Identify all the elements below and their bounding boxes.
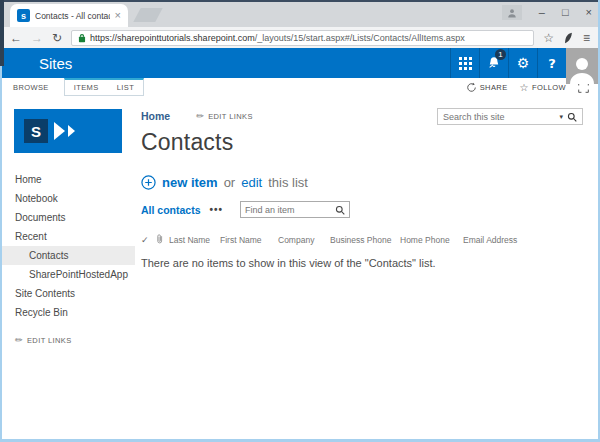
gear-icon: ⚙	[517, 56, 530, 70]
column-header-business-phone[interactable]: Business Phone	[330, 235, 400, 245]
settings-button[interactable]: ⚙	[508, 48, 537, 78]
help-icon: ?	[548, 57, 556, 70]
reload-icon[interactable]: ↻	[52, 32, 62, 44]
address-bar[interactable]: https://sharepointtutorials.sharepoint.c…	[71, 30, 534, 46]
person-silhouette-icon	[569, 54, 595, 84]
maximize-button[interactable]: □	[562, 7, 569, 18]
app-launcher-icon	[459, 57, 472, 70]
share-label: SHARE	[480, 83, 508, 92]
sidebar-item-site-contents[interactable]: Site Contents	[2, 284, 135, 303]
lock-icon	[78, 33, 86, 43]
empty-list-message: There are no items to show in this view …	[141, 257, 598, 269]
sidebar-item-sharepointhostedapp[interactable]: SharePointHostedApp	[2, 265, 135, 284]
share-icon	[466, 82, 477, 93]
tab-title: Contacts - All contacts	[35, 11, 110, 21]
extension-icon[interactable]	[563, 32, 574, 44]
logo-chevron-icon	[54, 122, 65, 140]
app-launcher-button[interactable]	[450, 48, 479, 78]
tab-browse[interactable]: BROWSE	[2, 78, 60, 96]
page-title: Contacts	[141, 129, 598, 156]
plus-circle-icon[interactable]	[141, 175, 156, 190]
page-body: S Home Notebook Documents Recent Contact…	[2, 96, 598, 439]
column-header-home-phone[interactable]: Home Phone	[400, 235, 463, 245]
sharepoint-s-icon: S	[24, 119, 48, 143]
find-item-box	[240, 201, 350, 218]
edit-links-label: EDIT LINKS	[27, 336, 72, 345]
browser-toolbar: ← → ↻ https://sharepointtutorials.sharep…	[2, 27, 598, 48]
or-text: or	[224, 175, 236, 190]
follow-star-icon: ☆	[520, 82, 529, 93]
person-icon	[507, 8, 517, 18]
column-header-email-address[interactable]: Email Address	[463, 235, 535, 245]
edit-list-link[interactable]: edit	[241, 175, 262, 190]
bookmark-star-icon[interactable]: ☆	[543, 32, 554, 44]
new-item-row: new item or edit this list	[141, 175, 598, 190]
browser-tab[interactable]: s Contacts - All contacts ×	[10, 4, 128, 27]
menu-icon[interactable]: ≡	[583, 32, 590, 44]
edit-links-label: EDIT LINKS	[208, 112, 253, 121]
minimize-button[interactable]: –	[539, 7, 545, 18]
pencil-icon: ✏	[196, 111, 204, 121]
search-icon[interactable]	[567, 112, 577, 122]
sharepoint-site-logo[interactable]: S	[14, 109, 122, 153]
back-icon[interactable]: ←	[10, 32, 22, 44]
user-avatar[interactable]	[566, 48, 598, 84]
column-header-last-name[interactable]: Last Name	[169, 235, 220, 245]
share-button[interactable]: SHARE	[466, 82, 508, 93]
new-tab-button[interactable]	[133, 8, 162, 22]
top-edit-links-button[interactable]: ✏ EDIT LINKS	[196, 111, 253, 121]
column-header-first-name[interactable]: First Name	[220, 235, 278, 245]
column-header-company[interactable]: Company	[278, 235, 330, 245]
sidebar-item-recent[interactable]: Recent	[2, 227, 135, 246]
sidebar-item-home[interactable]: Home	[2, 170, 135, 189]
list-tools-tab-group: ITEMS LIST	[64, 78, 144, 96]
find-item-input[interactable]	[245, 205, 332, 215]
quick-launch-sidebar: S Home Notebook Documents Recent Contact…	[2, 96, 135, 439]
sharepoint-favicon: s	[17, 9, 30, 22]
suitebar-sites-link[interactable]: Sites	[2, 55, 450, 72]
attachment-paperclip-icon[interactable]	[156, 233, 164, 245]
views-row: All contacts •••	[141, 201, 598, 218]
tab-list[interactable]: LIST	[108, 80, 143, 95]
site-search-input[interactable]	[443, 112, 555, 122]
pencil-icon: ✏	[15, 335, 23, 345]
browser-tab-strip: s Contacts - All contacts × – □ ×	[2, 0, 598, 27]
main-content: Home ✏ EDIT LINKS ▾ Contacts	[135, 96, 598, 439]
forward-icon[interactable]: →	[31, 32, 43, 44]
tab-close-icon[interactable]: ×	[115, 10, 121, 21]
url-host: https://sharepointtutorials.sharepoint.c…	[90, 33, 255, 43]
site-search-box: ▾	[437, 108, 583, 125]
sidebar-edit-links-button[interactable]: ✏ EDIT LINKS	[2, 335, 135, 345]
tab-items[interactable]: ITEMS	[65, 80, 108, 95]
sidebar-item-recycle-bin[interactable]: Recycle Bin	[2, 303, 135, 322]
sidebar-item-documents[interactable]: Documents	[2, 208, 135, 227]
suite-bar: Sites 1 ⚙ ?	[2, 48, 598, 78]
browser-profile-icon[interactable]	[502, 5, 522, 20]
browser-window: s Contacts - All contacts × – □ × ← → ↻	[0, 0, 600, 442]
help-button[interactable]: ?	[537, 48, 566, 78]
follow-button[interactable]: ☆ FOLLOW	[520, 82, 566, 93]
logo-chevron-small-icon	[68, 125, 75, 137]
column-header-row: ✓ Last Name First Name Company Business …	[141, 233, 598, 247]
close-button[interactable]: ×	[586, 7, 592, 18]
notifications-button[interactable]: 1	[479, 48, 508, 78]
follow-label: FOLLOW	[532, 83, 566, 92]
window-frame-edge	[0, 0, 4, 66]
url-text: https://sharepointtutorials.sharepoint.c…	[90, 33, 465, 43]
notification-badge: 1	[495, 49, 506, 60]
url-path: /_layouts/15/start.aspx#/Lists/Contacts/…	[255, 33, 465, 43]
search-scope-dropdown-icon[interactable]: ▾	[559, 113, 563, 121]
sidebar-item-contacts[interactable]: Contacts	[2, 246, 135, 265]
find-search-icon[interactable]	[335, 205, 345, 215]
sidebar-nav: Home Notebook Documents Recent Contacts …	[2, 170, 135, 322]
view-all-contacts-link[interactable]: All contacts	[141, 204, 201, 216]
ribbon-tab-row: BROWSE ITEMS LIST SHARE ☆ FOLLOW	[2, 78, 598, 96]
new-item-link[interactable]: new item	[162, 175, 218, 190]
this-list-text: this list	[268, 175, 308, 190]
select-all-checkmark-icon[interactable]: ✓	[141, 235, 156, 245]
breadcrumb-home-link[interactable]: Home	[141, 110, 170, 122]
sidebar-item-notebook[interactable]: Notebook	[2, 189, 135, 208]
view-ellipsis-button[interactable]: •••	[210, 204, 224, 215]
